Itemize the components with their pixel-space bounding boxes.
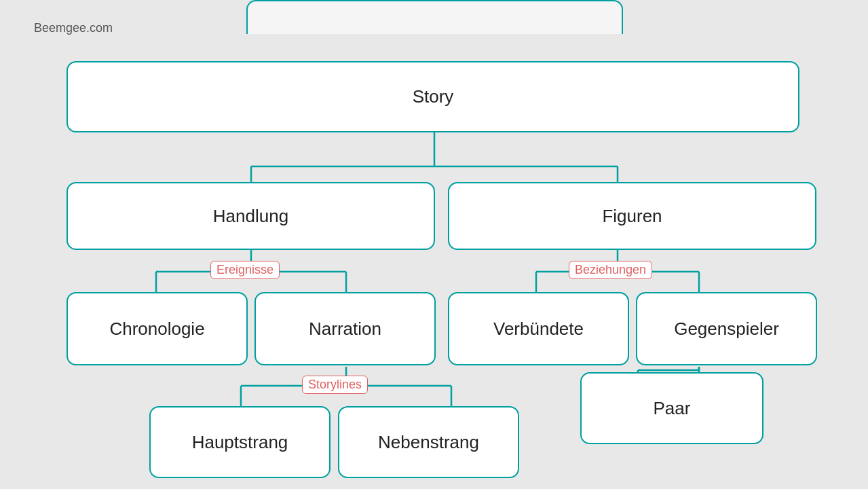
hauptstrang-node: Hauptstrang xyxy=(149,406,331,478)
paar-node: Paar xyxy=(580,372,763,444)
paar-label: Paar xyxy=(654,398,691,419)
top-partial-node xyxy=(246,0,623,34)
storylines-badge: Storylines xyxy=(302,376,368,394)
story-node: Story xyxy=(67,61,799,132)
chronologie-label: Chronologie xyxy=(109,319,204,340)
handlung-node: Handlung xyxy=(67,182,435,250)
verbuendete-label: Verbündete xyxy=(493,319,584,340)
beziehungen-badge: Beziehungen xyxy=(569,261,652,279)
chronologie-node: Chronologie xyxy=(67,292,248,365)
handlung-label: Handlung xyxy=(213,206,288,227)
story-label: Story xyxy=(413,86,454,107)
figuren-label: Figuren xyxy=(602,206,662,227)
narration-label: Narration xyxy=(309,319,381,340)
gegenspieler-label: Gegenspieler xyxy=(674,319,779,340)
nebenstrang-label: Nebenstrang xyxy=(378,432,479,453)
verbuendete-node: Verbündete xyxy=(448,292,629,365)
logo-brand: Beemgee xyxy=(34,21,86,35)
hauptstrang-label: Hauptstrang xyxy=(192,432,288,453)
logo: Beemgee.com xyxy=(34,12,113,37)
figuren-node: Figuren xyxy=(448,182,816,250)
ereignisse-badge: Ereignisse xyxy=(210,261,280,279)
gegenspieler-node: Gegenspieler xyxy=(636,292,817,365)
nebenstrang-node: Nebenstrang xyxy=(338,406,519,478)
narration-node: Narration xyxy=(254,292,436,365)
logo-suffix: .com xyxy=(86,21,113,35)
